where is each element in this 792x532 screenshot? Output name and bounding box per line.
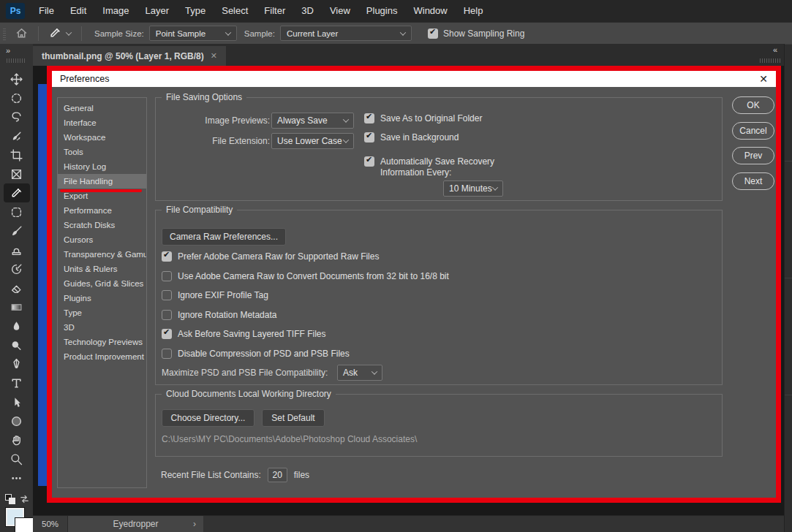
tools-panel-grip[interactable]: [7, 58, 26, 63]
dodge-tool[interactable]: [4, 335, 30, 354]
maximize-compat-label: Maximize PSD and PSB File Compatibility:: [162, 368, 328, 378]
home-button[interactable]: [10, 23, 33, 45]
maximize-compat-dropdown[interactable]: Ask: [337, 365, 382, 381]
status-tool-info[interactable]: Eyedropper ›: [68, 516, 203, 532]
sidebar-item-product-improvement[interactable]: Product Improvement: [58, 349, 146, 364]
next-button[interactable]: Next: [732, 172, 774, 190]
save-in-background-checkbox[interactable]: [364, 132, 374, 142]
sample-dropdown[interactable]: Current Layer: [280, 26, 412, 41]
panel-grip[interactable]: [760, 58, 780, 63]
sidebar-item-file-handling[interactable]: File Handling: [58, 174, 146, 189]
save-as-original-row: Save As to Original Folder: [364, 113, 482, 124]
save-as-original-checkbox[interactable]: [364, 113, 374, 123]
ignore-exif-row: Ignore EXIF Profile Tag: [162, 290, 268, 301]
menu-help[interactable]: Help: [456, 0, 491, 22]
eraser-tool[interactable]: [4, 278, 30, 297]
ok-button[interactable]: OK: [732, 96, 774, 114]
sidebar-item-transparency-gamut[interactable]: Transparency & Gamut: [58, 247, 146, 262]
menu-window[interactable]: Window: [405, 0, 455, 22]
tab-bar: thumbnail.png @ 50% (Layer 1, RGB/8) ✕ «: [0, 44, 784, 66]
clone-stamp-tool[interactable]: [4, 240, 30, 259]
sidebar-item-tools[interactable]: Tools: [58, 145, 146, 159]
ellipse-tool-icon: [10, 415, 23, 428]
history-brush-tool[interactable]: [4, 259, 30, 278]
zoom-tool[interactable]: [4, 449, 30, 468]
frame-tool[interactable]: [4, 164, 30, 183]
sidebar-item-scratch-disks[interactable]: Scratch Disks: [58, 218, 146, 232]
use-acr-convert-checkbox[interactable]: [162, 271, 172, 281]
blur-tool[interactable]: [4, 316, 30, 335]
eyedropper-options-button[interactable]: [44, 23, 76, 45]
move-tool[interactable]: [4, 69, 30, 88]
sidebar-item-history-log[interactable]: History Log: [58, 159, 146, 174]
cancel-button[interactable]: Cancel: [732, 122, 774, 140]
menu-file[interactable]: File: [31, 0, 62, 22]
swap-colors-icon[interactable]: [19, 494, 30, 505]
more-tools-button[interactable]: [4, 468, 30, 487]
document-tab[interactable]: thumbnail.png @ 50% (Layer 1, RGB/8) ✕: [33, 46, 226, 66]
menu-select[interactable]: Select: [214, 0, 256, 22]
pen-tool[interactable]: [4, 354, 30, 373]
sidebar-item-cursors[interactable]: Cursors: [58, 232, 146, 247]
sidebar-item-guides-grid-slices[interactable]: Guides, Grid & Slices: [58, 276, 146, 291]
sidebar-item-3d[interactable]: 3D: [58, 320, 146, 335]
options-bar-grip[interactable]: [3, 27, 6, 40]
chevron-down-icon: [492, 184, 498, 190]
choose-directory-button[interactable]: Choose Directory...: [162, 409, 254, 427]
healing-brush-tool[interactable]: [4, 202, 30, 221]
sidebar-item-performance[interactable]: Performance: [58, 203, 146, 218]
menu-edit[interactable]: Edit: [62, 0, 94, 22]
sidebar-item-interface[interactable]: Interface: [58, 115, 146, 130]
close-tab-icon[interactable]: ✕: [211, 51, 217, 61]
sidebar-item-plugins[interactable]: Plugins: [58, 291, 146, 305]
gradient-tool[interactable]: [4, 297, 30, 316]
sidebar-item-technology-previews[interactable]: Technology Previews: [58, 335, 146, 349]
ignore-rotation-checkbox[interactable]: [162, 310, 172, 320]
sidebar-item-type[interactable]: Type: [58, 305, 146, 320]
menu-layer[interactable]: Layer: [137, 0, 178, 22]
sidebar-item-workspace[interactable]: Workspace: [58, 130, 146, 145]
file-extension-dropdown[interactable]: Use Lower Case: [271, 133, 354, 149]
expand-tools-icon[interactable]: »: [6, 46, 11, 55]
sidebar-item-general[interactable]: General: [58, 101, 146, 115]
prefer-acr-checkbox[interactable]: [162, 251, 172, 262]
menu-filter[interactable]: Filter: [256, 0, 293, 22]
sample-size-dropdown[interactable]: Point Sample: [149, 26, 237, 41]
brush-tool[interactable]: [4, 221, 30, 240]
menu-type[interactable]: Type: [177, 0, 214, 22]
recovery-interval-dropdown[interactable]: 10 Minutes: [443, 180, 503, 197]
ignore-exif-checkbox[interactable]: [162, 290, 172, 300]
auto-recovery-checkbox[interactable]: [364, 156, 374, 167]
dialog-title-bar[interactable]: Preferences ✕: [52, 71, 776, 87]
image-previews-dropdown[interactable]: Always Save: [271, 113, 354, 129]
collapse-panels-icon[interactable]: «: [773, 45, 778, 54]
zoom-level-field[interactable]: 50%: [33, 516, 68, 532]
marquee-tool[interactable]: [4, 88, 30, 107]
ellipse-tool[interactable]: [4, 411, 30, 430]
brush-tool-icon: [10, 225, 23, 238]
dialog-close-icon[interactable]: ✕: [759, 73, 768, 85]
disable-compression-checkbox[interactable]: [162, 349, 172, 359]
quick-selection-tool[interactable]: [4, 126, 30, 145]
eyedropper-tool[interactable]: [4, 183, 30, 202]
menu-image[interactable]: Image: [94, 0, 137, 22]
camera-raw-preferences-button[interactable]: Camera Raw Preferences...: [162, 228, 286, 246]
set-default-button[interactable]: Set Default: [262, 409, 325, 427]
menu-3d[interactable]: 3D: [293, 0, 322, 22]
show-sampling-ring-checkbox[interactable]: [428, 28, 438, 39]
crop-tool[interactable]: [4, 145, 30, 164]
ask-tiff-checkbox[interactable]: [162, 329, 172, 339]
path-selection-tool[interactable]: [4, 392, 30, 411]
menu-view[interactable]: View: [322, 0, 358, 22]
file-compatibility-group: File Compatibility Camera Raw Preference…: [155, 210, 723, 385]
type-tool[interactable]: [4, 373, 30, 392]
panel-dock[interactable]: [784, 44, 792, 532]
menu-plugins[interactable]: Plugins: [358, 0, 406, 22]
hand-tool[interactable]: [4, 430, 30, 449]
frame-tool-icon: [10, 168, 23, 180]
sidebar-item-units-rulers[interactable]: Units & Rulers: [58, 262, 146, 276]
prev-button[interactable]: Prev: [732, 147, 774, 164]
recent-file-count-input[interactable]: 20: [268, 468, 287, 482]
lasso-tool[interactable]: [4, 107, 30, 126]
background-color-swatch[interactable]: [15, 518, 33, 532]
